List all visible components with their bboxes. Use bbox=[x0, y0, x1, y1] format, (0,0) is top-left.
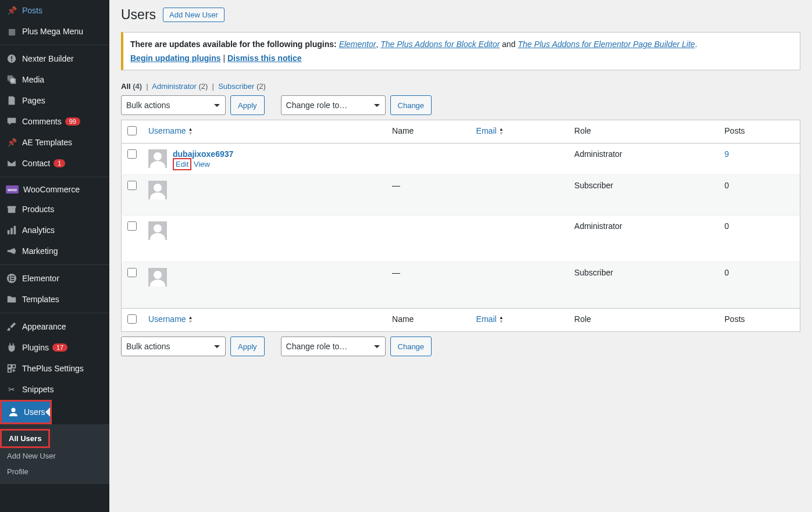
avatar bbox=[148, 268, 167, 287]
pin-icon: 📌 bbox=[6, 5, 17, 16]
avatar bbox=[148, 181, 167, 199]
sidebar-label: Posts bbox=[22, 6, 42, 15]
sidebar-item-woocommerce[interactable]: wooWooCommerce bbox=[0, 180, 109, 199]
sidebar-label: Nexter Builder bbox=[22, 54, 74, 63]
submenu-profile[interactable]: Profile bbox=[0, 464, 109, 479]
sidebar-item-posts[interactable]: 📌Posts bbox=[0, 0, 109, 21]
begin-updating-link[interactable]: Begin updating plugins bbox=[130, 53, 221, 63]
bulk-action-select-top[interactable]: Bulk actions bbox=[121, 95, 226, 115]
chart-icon bbox=[6, 224, 17, 236]
svg-rect-10 bbox=[11, 276, 14, 277]
col-posts: Posts bbox=[719, 120, 800, 144]
exclamation-icon bbox=[6, 53, 17, 65]
sidebar-label: Appearance bbox=[22, 322, 66, 331]
grid-icon: ▦ bbox=[6, 26, 17, 37]
username-link[interactable]: dubajixoxe6937 bbox=[173, 149, 233, 159]
row-checkbox[interactable] bbox=[127, 181, 137, 190]
sidebar-item-media[interactable]: Media bbox=[0, 69, 109, 90]
row-checkbox[interactable] bbox=[127, 149, 137, 159]
update-notice: There are updates available for the foll… bbox=[121, 32, 800, 70]
bulk-action-select-bottom[interactable]: Bulk actions bbox=[121, 336, 226, 356]
svg-rect-4 bbox=[8, 208, 16, 213]
mail-icon bbox=[6, 157, 17, 169]
plugin-link-elementor[interactable]: Elementor bbox=[339, 40, 376, 49]
admin-sidebar: 📌Posts ▦Plus Mega Menu Nexter Builder Me… bbox=[0, 0, 109, 512]
submenu-add-new-user[interactable]: Add New User bbox=[0, 448, 109, 464]
col-role: Role bbox=[568, 120, 718, 144]
change-button-bottom[interactable]: Change bbox=[390, 336, 432, 356]
sidebar-item-plus-mega-menu[interactable]: ▦Plus Mega Menu bbox=[0, 21, 109, 42]
sidebar-label: Snippets bbox=[22, 385, 54, 394]
svg-rect-5 bbox=[8, 230, 10, 234]
change-role-select-top[interactable]: Change role to… bbox=[281, 95, 386, 115]
table-row: Administrator 0 bbox=[122, 216, 800, 262]
elementor-icon bbox=[6, 273, 17, 284]
row-actions: Edit View bbox=[173, 160, 233, 169]
woo-icon: woo bbox=[6, 185, 19, 194]
select-all-bottom[interactable] bbox=[127, 314, 137, 324]
svg-rect-7 bbox=[14, 226, 16, 234]
sidebar-item-nexter-builder[interactable]: Nexter Builder bbox=[0, 48, 109, 69]
media-icon bbox=[6, 74, 17, 85]
sidebar-label: Elementor bbox=[22, 274, 59, 283]
sidebar-item-users[interactable]: Users bbox=[2, 402, 50, 423]
contact-badge: 1 bbox=[54, 159, 65, 167]
col-username[interactable]: Username bbox=[143, 120, 386, 144]
sidebar-item-ae-templates[interactable]: 📌AE Templates bbox=[0, 132, 109, 153]
megaphone-icon bbox=[6, 245, 17, 257]
role-filter-links: All (4) | Administrator (2) | Subscriber… bbox=[121, 82, 800, 91]
col-email[interactable]: Email bbox=[471, 309, 569, 332]
table-row: — Subscriber 0 bbox=[122, 175, 800, 216]
add-new-user-button[interactable]: Add New User bbox=[163, 8, 225, 22]
table-row: dubajixoxe6937Edit View Administrator 9 bbox=[122, 144, 800, 175]
sidebar-item-products[interactable]: Products bbox=[0, 199, 109, 220]
dismiss-notice-link[interactable]: Dismiss this notice bbox=[227, 53, 302, 63]
plugin-link-plus-elementor[interactable]: The Plus Addons for Elementor Page Build… bbox=[518, 40, 695, 49]
sidebar-item-comments[interactable]: Comments99 bbox=[0, 111, 109, 132]
sidebar-item-theplus-settings[interactable]: ThePlus Settings bbox=[0, 358, 109, 379]
svg-rect-3 bbox=[8, 206, 16, 209]
select-all-top[interactable] bbox=[127, 126, 137, 135]
filter-subscriber[interactable]: Subscriber (2) bbox=[218, 82, 266, 91]
sidebar-label: Comments bbox=[22, 117, 62, 126]
plugins-badge: 17 bbox=[52, 343, 67, 352]
col-posts: Posts bbox=[719, 309, 800, 332]
plugin-link-plus-block[interactable]: The Plus Addons for Block Editor bbox=[380, 40, 500, 49]
folder-icon bbox=[6, 293, 17, 305]
sidebar-item-plugins[interactable]: Plugins17 bbox=[0, 337, 109, 358]
col-email[interactable]: Email bbox=[471, 120, 569, 144]
svg-rect-6 bbox=[10, 228, 13, 234]
col-name: Name bbox=[386, 120, 471, 144]
edit-link[interactable]: Edit bbox=[176, 160, 188, 169]
sidebar-item-analytics[interactable]: Analytics bbox=[0, 220, 109, 241]
posts-count-link[interactable]: 9 bbox=[725, 149, 729, 159]
row-checkbox[interactable] bbox=[127, 268, 137, 277]
brush-icon bbox=[6, 321, 17, 332]
row-checkbox[interactable] bbox=[127, 221, 137, 231]
sidebar-item-snippets[interactable]: ✂Snippets bbox=[0, 379, 109, 400]
sidebar-label: Plugins bbox=[22, 343, 49, 352]
sidebar-item-marketing[interactable]: Marketing bbox=[0, 241, 109, 262]
change-button-top[interactable]: Change bbox=[390, 95, 432, 115]
filter-administrator[interactable]: Administrator (2) bbox=[152, 82, 208, 91]
sidebar-label: Marketing bbox=[22, 246, 58, 256]
sidebar-item-templates[interactable]: Templates bbox=[0, 289, 109, 310]
col-username[interactable]: Username bbox=[143, 309, 386, 332]
sidebar-item-pages[interactable]: Pages bbox=[0, 90, 109, 111]
sidebar-item-elementor[interactable]: Elementor bbox=[0, 268, 109, 289]
sidebar-label: Templates bbox=[22, 295, 59, 304]
submenu-all-users[interactable]: All Users bbox=[2, 431, 48, 446]
sort-icon bbox=[499, 127, 504, 135]
apply-button-top[interactable]: Apply bbox=[230, 95, 265, 115]
view-link[interactable]: View bbox=[194, 160, 210, 169]
filter-all[interactable]: All (4) bbox=[121, 82, 142, 91]
archive-icon bbox=[6, 203, 17, 215]
sidebar-item-contact[interactable]: Contact1 bbox=[0, 153, 109, 174]
theplus-icon bbox=[6, 363, 17, 374]
change-role-select-bottom[interactable]: Change role to… bbox=[281, 336, 386, 356]
svg-rect-2 bbox=[11, 60, 12, 62]
sort-icon bbox=[499, 316, 504, 324]
apply-button-bottom[interactable]: Apply bbox=[230, 336, 265, 356]
sort-icon bbox=[188, 316, 193, 324]
sidebar-item-appearance[interactable]: Appearance bbox=[0, 316, 109, 337]
